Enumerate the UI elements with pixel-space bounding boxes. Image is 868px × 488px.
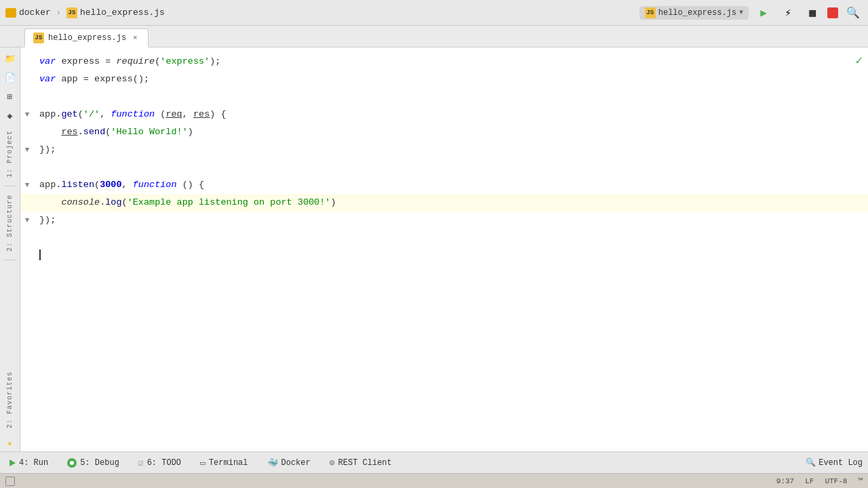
- code-line-cursor: [20, 247, 868, 264]
- code-line-10: ▼ });: [20, 211, 868, 229]
- line-content-1[interactable]: var express = require('express');: [34, 53, 868, 70]
- bottom-panel: 4: Run 5: Debug ☑ 6: TODO ▭ Terminal 🐳 D…: [0, 451, 868, 473]
- fold-gutter-1: [20, 53, 34, 70]
- tab-label: hello_express.js: [48, 33, 126, 43]
- left-sidebar: 📁 📄 ⊞ ◆ 1: Project 2: Structure 2: Favor…: [0, 47, 20, 451]
- debug-panel-button[interactable]: 5: Debug: [63, 457, 123, 469]
- pill-js-icon: JS: [645, 7, 656, 18]
- rest-icon: ⊙: [330, 458, 335, 468]
- tab-hello-express[interactable]: JS hello_express.js ×: [24, 28, 149, 47]
- code-line-6: ▼ });: [20, 141, 868, 159]
- stop-button[interactable]: [827, 7, 838, 18]
- tab-close-button[interactable]: ×: [130, 33, 140, 43]
- js-file-icon: JS: [66, 7, 77, 18]
- sidebar-file-icon[interactable]: 📄: [1, 69, 19, 87]
- sidebar-divider-1: [3, 186, 17, 186]
- breadcrumb-file-label: hello_express.js: [80, 7, 165, 18]
- code-line-5: res.send('Hello World!'): [20, 123, 868, 141]
- breadcrumb: docker › JS hello_express.js: [5, 7, 639, 18]
- fold-gutter-7: [20, 159, 34, 176]
- terminal-panel-label: Terminal: [209, 458, 248, 468]
- run-button[interactable]: ▶: [754, 3, 773, 22]
- pill-dropdown-arrow: ▼: [739, 9, 743, 16]
- line-content-6[interactable]: });: [34, 141, 868, 159]
- line-content-2[interactable]: var app = express();: [34, 70, 868, 88]
- sidebar-project-icon[interactable]: 📁: [1, 50, 19, 68]
- fold-gutter-11: [20, 229, 34, 247]
- fold-gutter-6[interactable]: ▼: [20, 141, 34, 159]
- fold-gutter-2: [20, 70, 34, 88]
- fold-gutter-9: [20, 194, 34, 211]
- line-content-10[interactable]: });: [34, 211, 868, 229]
- sidebar-star-icon[interactable]: ★: [1, 434, 19, 451]
- line-content-5[interactable]: res.send('Hello World!'): [34, 123, 868, 141]
- rest-panel-button[interactable]: ⊙ REST Client: [326, 456, 396, 470]
- status-indicator: [5, 476, 15, 486]
- title-bar: docker › JS hello_express.js JS hello_ex…: [0, 0, 868, 26]
- code-line-8: ▼ app.listen(3000, function () {: [20, 176, 868, 194]
- fold-gutter-10[interactable]: ▼: [20, 211, 34, 229]
- code-content: var express = require('express'); var ap…: [20, 47, 868, 451]
- breadcrumb-docker-label: docker: [19, 7, 51, 18]
- line-content-3[interactable]: [34, 88, 868, 106]
- fold-gutter-3: [20, 88, 34, 106]
- sidebar-divider-2: [3, 260, 17, 260]
- indent[interactable]: ™: [858, 477, 863, 485]
- fold-gutter-8[interactable]: ▼: [20, 176, 34, 194]
- status-left: [5, 476, 15, 486]
- terminal-icon: ▭: [200, 458, 205, 468]
- line-content-cursor[interactable]: [34, 247, 868, 264]
- event-log-button[interactable]: 🔍 Event Log: [806, 458, 863, 468]
- line-content-9[interactable]: console.log('Example app listening on po…: [34, 194, 868, 211]
- fold-gutter-cursor: [20, 247, 34, 264]
- file-title-pill[interactable]: JS hello_express.js ▼: [639, 6, 749, 20]
- sidebar-structure-label: 2: Structure: [6, 195, 14, 251]
- sidebar-layers-icon[interactable]: ⊞: [1, 88, 19, 106]
- code-line-1: var express = require('express');: [20, 53, 868, 70]
- sidebar-favorites-label: 2: Favorites: [6, 371, 14, 428]
- code-line-2: var app = express();: [20, 70, 868, 88]
- breadcrumb-file[interactable]: JS hello_express.js: [66, 7, 165, 18]
- debug-panel-label: 5: Debug: [80, 458, 119, 468]
- pill-file-name: hello_express.js: [658, 8, 736, 18]
- code-line-4: ▼ app.get('/', function (req, res) {: [20, 106, 868, 123]
- breadcrumb-docker[interactable]: docker: [5, 7, 51, 18]
- event-log-label: Event Log: [818, 458, 863, 468]
- cursor-position: 9:37: [776, 477, 794, 485]
- terminal-panel-button[interactable]: ▭ Terminal: [196, 456, 252, 470]
- docker-panel-button[interactable]: 🐳 Docker: [263, 456, 315, 470]
- code-line-3: [20, 88, 868, 106]
- fold-gutter-4[interactable]: ▼: [20, 106, 34, 123]
- docker-icon: 🐳: [267, 458, 278, 468]
- line-content-8[interactable]: app.listen(3000, function () {: [34, 176, 868, 194]
- todo-panel-button[interactable]: ☑ 6: TODO: [134, 456, 185, 470]
- line-ending[interactable]: LF: [805, 477, 814, 485]
- sidebar-diamond-icon[interactable]: ◆: [1, 107, 19, 125]
- lightning-button[interactable]: ⚡: [778, 3, 797, 22]
- main-area: 📁 📄 ⊞ ◆ 1: Project 2: Structure 2: Favor…: [0, 47, 868, 451]
- grid-button[interactable]: ▦: [803, 3, 822, 22]
- tab-bar: JS hello_express.js ×: [0, 26, 868, 47]
- search-button[interactable]: 🔍: [844, 3, 863, 22]
- run-triangle-icon: [9, 460, 16, 466]
- line-content-7[interactable]: [34, 159, 868, 176]
- status-bar: 9:37 LF UTF-8 ™: [0, 473, 868, 488]
- tab-js-icon: JS: [33, 33, 44, 43]
- editor-area[interactable]: ✓ var express = require('express'); var …: [20, 47, 868, 451]
- line-content-11[interactable]: [34, 229, 868, 247]
- run-panel-button[interactable]: 4: Run: [5, 457, 52, 469]
- title-bar-actions: JS hello_express.js ▼ ▶ ⚡ ▦ 🔍: [639, 3, 863, 22]
- code-line-7: [20, 159, 868, 176]
- run-panel-label: 4: Run: [19, 458, 48, 468]
- charset[interactable]: UTF-8: [825, 477, 847, 485]
- docker-panel-label: Docker: [281, 458, 311, 468]
- breadcrumb-separator: ›: [56, 8, 61, 18]
- folder-icon: [5, 8, 16, 18]
- todo-icon: ☑: [138, 458, 144, 468]
- event-log-search-icon: 🔍: [806, 458, 816, 468]
- fold-gutter-5: [20, 123, 34, 141]
- line-content-4[interactable]: app.get('/', function (req, res) {: [34, 106, 868, 123]
- todo-panel-label: 6: TODO: [147, 458, 181, 468]
- code-line-9: console.log('Example app listening on po…: [20, 194, 868, 211]
- code-line-11: [20, 229, 868, 247]
